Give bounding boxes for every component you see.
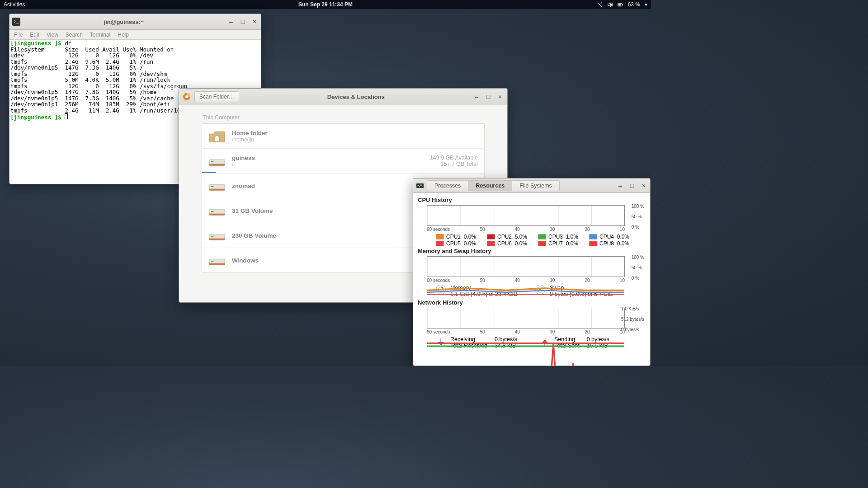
svg-rect-12 [209, 164, 225, 166]
minimize-button[interactable]: – [473, 93, 480, 100]
terminal-title: jin@guiness:~ [20, 19, 227, 25]
location-available: 149.9 GB Available [430, 155, 478, 161]
svg-rect-15 [209, 189, 225, 191]
svg-text:>_: >_ [14, 19, 19, 24]
network-chart: 1.0 KiB/s512 bytes/s0 bytes/s [427, 308, 625, 328]
cpu-history-title: CPU History [418, 197, 646, 203]
sysmon-app-icon [416, 182, 424, 190]
clock[interactable]: Sun Sep 29 11:34 PM [298, 1, 353, 8]
svg-rect-22 [211, 236, 214, 237]
volume-icon [607, 2, 613, 8]
location-title: Home folder [232, 130, 478, 136]
svg-rect-19 [211, 211, 214, 212]
system-tray[interactable]: 63 % ▾ [597, 1, 647, 8]
svg-rect-21 [209, 239, 225, 240]
minimize-button[interactable]: – [227, 18, 235, 25]
scan-folder-button[interactable]: Scan Folder… [194, 91, 239, 102]
svg-rect-25 [211, 261, 214, 262]
cpu-chart: 100 %50 %0 % [427, 205, 625, 226]
maximize-button[interactable]: □ [485, 93, 492, 100]
maximize-button[interactable]: □ [628, 182, 636, 189]
location-path: / [232, 161, 424, 168]
tab-resources[interactable]: Resources [468, 181, 512, 191]
tab-file-systems[interactable]: File Systems [512, 181, 559, 191]
tab-processes[interactable]: Processes [427, 181, 468, 191]
minimize-button[interactable]: – [617, 182, 624, 189]
disk-analyzer-app-icon [183, 93, 191, 101]
location-item[interactable]: Home folder /home/jin [202, 124, 484, 149]
battery-icon [618, 2, 623, 8]
terminal-menubar: FileEditViewSearchTerminalHelp [9, 30, 261, 40]
svg-point-10 [185, 95, 188, 98]
menu-view[interactable]: View [47, 32, 58, 38]
close-button[interactable]: × [640, 182, 647, 189]
chevron-down-icon: ▾ [645, 1, 647, 8]
sysmon-tabs: ProcessesResourcesFile Systems [427, 180, 560, 191]
terminal-titlebar[interactable]: >_ jin@guiness:~ – □ × [9, 14, 261, 30]
disk-analyzer-headerbar[interactable]: Scan Folder… Devices & Locations – □ × [179, 89, 507, 105]
location-path: /home/jin [232, 136, 478, 143]
svg-rect-6 [618, 4, 621, 5]
sysmon-body: CPU History 100 %50 %0 % 60 seconds50403… [413, 193, 650, 352]
svg-rect-5 [622, 4, 623, 5]
menu-edit[interactable]: Edit [30, 32, 39, 38]
svg-rect-18 [209, 214, 225, 216]
svg-rect-16 [211, 186, 214, 187]
disk-analyzer-title: Devices & Locations [243, 94, 469, 100]
network-icon [597, 2, 603, 8]
section-header: This Computer [203, 114, 485, 121]
svg-rect-24 [209, 263, 225, 265]
terminal-app-icon: >_ [12, 18, 20, 26]
activities-button[interactable]: Activities [4, 1, 25, 8]
system-monitor-window: ProcessesResourcesFile Systems – □ × CPU… [413, 178, 651, 366]
close-button[interactable]: × [251, 18, 258, 25]
location-item[interactable]: guiness / 149.9 GB Available157.7 GB Tot… [202, 149, 484, 174]
location-title: guiness [232, 155, 424, 161]
scan-progress [202, 172, 216, 173]
svg-rect-13 [211, 161, 214, 162]
menu-search[interactable]: Search [66, 32, 83, 38]
close-button[interactable]: × [496, 93, 504, 100]
gnome-topbar: Activities Sun Sep 29 11:34 PM 63 % ▾ [0, 0, 651, 9]
memory-chart: 100 %50 %0 % [427, 256, 625, 277]
battery-percent: 63 % [628, 1, 640, 8]
menu-file[interactable]: File [14, 32, 23, 38]
maximize-button[interactable]: □ [239, 18, 246, 25]
location-total: 157.7 GB Total [430, 161, 478, 167]
sysmon-headerbar[interactable]: ProcessesResourcesFile Systems – □ × [413, 178, 650, 193]
menu-help[interactable]: Help [118, 32, 129, 38]
menu-terminal[interactable]: Terminal [90, 32, 110, 38]
